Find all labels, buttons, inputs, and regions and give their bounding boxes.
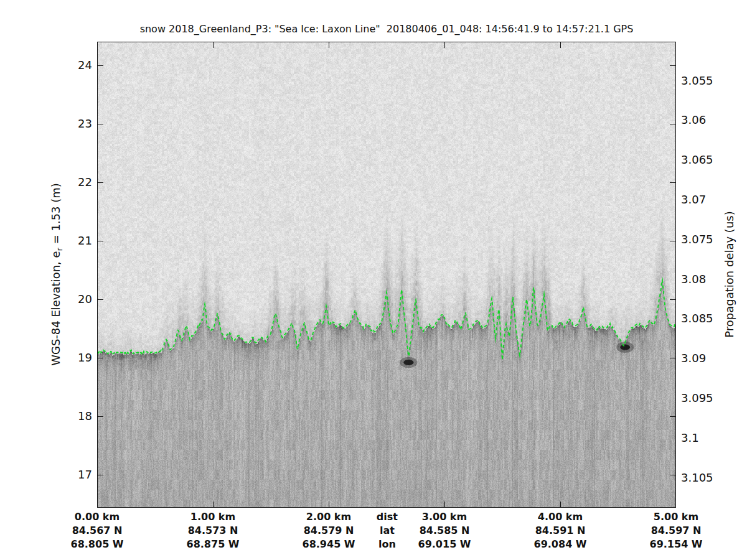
bottom-axis-dist-label: 4.00 km bbox=[538, 510, 583, 524]
bottom-axis-dist-label: 3.00 km bbox=[422, 510, 467, 524]
echogram-figure: snow 2018_Greenland_P3: "Sea Ice: Laxon … bbox=[0, 0, 747, 560]
right-axis-tick-label: 3.06 bbox=[681, 113, 737, 128]
left-axis-tick-label: 24 bbox=[37, 58, 92, 73]
left-axis-tick-label: 22 bbox=[37, 175, 92, 190]
bottom-axis-lat-label: 84.591 N bbox=[535, 524, 586, 538]
bottom-axis-header-lat: lat bbox=[380, 524, 395, 538]
echogram-plot-canvas bbox=[97, 42, 676, 508]
right-axis-tick-label: 3.075 bbox=[681, 232, 737, 247]
bottom-axis-lat-label: 84.597 N bbox=[651, 524, 702, 538]
right-axis-tick-label: 3.07 bbox=[681, 192, 737, 207]
right-axis-tick-label: 3.1 bbox=[681, 431, 737, 446]
bottom-axis-dist-label: 1.00 km bbox=[190, 510, 235, 524]
left-axis-tick-label: 17 bbox=[37, 467, 92, 482]
left-axis-tick-label: 18 bbox=[37, 409, 92, 424]
left-axis-tick-label: 19 bbox=[37, 350, 92, 365]
bottom-axis-dist-label: 2.00 km bbox=[306, 510, 351, 524]
bottom-axis-lat-label: 84.579 N bbox=[304, 524, 354, 538]
left-axis-tick-label: 23 bbox=[37, 116, 92, 131]
bottom-axis-lon-label: 68.875 W bbox=[187, 538, 240, 551]
figure-title: snow 2018_Greenland_P3: "Sea Ice: Laxon … bbox=[140, 23, 634, 35]
bottom-axis-lon-label: 68.945 W bbox=[303, 538, 355, 551]
right-axis-tick-label: 3.105 bbox=[681, 470, 737, 485]
bottom-axis-header-lon: lon bbox=[378, 538, 396, 551]
right-axis-tick-label: 3.065 bbox=[681, 152, 737, 167]
bottom-axis-lat-label: 84.567 N bbox=[72, 524, 123, 538]
bottom-axis-lat-label: 84.573 N bbox=[188, 524, 238, 538]
left-y-axis-label-prefix: WGS-84 Elevation, e bbox=[49, 251, 62, 365]
right-axis-tick-label: 3.09 bbox=[681, 351, 737, 366]
bottom-axis-lon-label: 69.084 W bbox=[534, 538, 587, 551]
left-axis-tick-label: 20 bbox=[37, 292, 92, 307]
bottom-axis-lon-label: 69.015 W bbox=[418, 538, 471, 551]
bottom-axis-dist-label: 0.00 km bbox=[75, 510, 120, 524]
right-axis-tick-label: 3.08 bbox=[681, 272, 737, 287]
bottom-axis-lat-label: 84.585 N bbox=[420, 524, 470, 538]
left-y-axis-label: WGS-84 Elevation, er = 1.53 (m) bbox=[49, 183, 65, 366]
right-axis-tick-label: 3.055 bbox=[681, 73, 737, 88]
right-axis-tick-label: 3.085 bbox=[681, 311, 737, 326]
bottom-axis-dist-label: 5.00 km bbox=[654, 510, 698, 524]
bottom-axis-header-dist: dist bbox=[377, 510, 398, 524]
bottom-axis-lon-label: 68.805 W bbox=[71, 538, 124, 551]
right-axis-tick-label: 3.095 bbox=[681, 391, 737, 406]
bottom-axis-lon-label: 69.154 W bbox=[650, 538, 703, 551]
left-axis-tick-label: 21 bbox=[37, 233, 92, 248]
